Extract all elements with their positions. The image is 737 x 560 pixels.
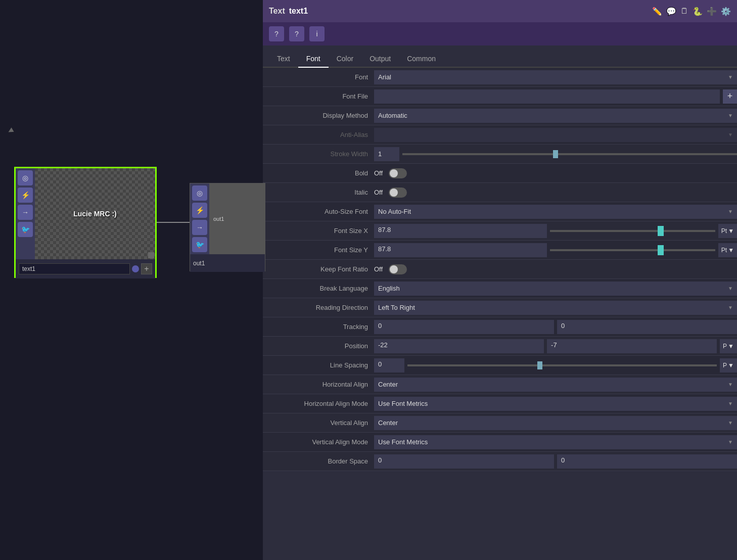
font-size-y-slider-track[interactable]	[550, 249, 715, 251]
keep-font-ratio-toggle[interactable]	[389, 264, 407, 274]
horizontal-align-value: Center ▼	[374, 378, 737, 392]
font-size-y-slider[interactable]	[550, 249, 715, 251]
node-out1[interactable]: ◎ ⚡ → 🐦 out1 out1	[190, 183, 265, 271]
line-spacing-slider[interactable]	[407, 364, 717, 366]
copy-icon[interactable]: 🗒	[680, 7, 688, 16]
font-file-input[interactable]	[374, 89, 720, 104]
stroke-width-slider-track[interactable]	[402, 153, 737, 155]
node-out1-btn3[interactable]: →	[192, 220, 207, 235]
tracking-label: Tracking	[263, 323, 374, 331]
plus-icon[interactable]: ➕	[707, 7, 717, 16]
stroke-width-slider[interactable]	[402, 153, 737, 155]
display-method-label: Display Method	[263, 112, 374, 119]
prop-bold: Bold Off	[263, 164, 737, 183]
node-out1-text: out1	[213, 216, 224, 222]
font-dropdown[interactable]: Arial ▼	[374, 70, 737, 84]
stroke-width-slider-thumb[interactable]	[553, 150, 558, 158]
font-size-x-input[interactable]: 87.8	[374, 224, 547, 238]
font-size-y-label: Font Size Y	[263, 246, 374, 254]
prop-position: Position -22 -7 P ▼	[263, 337, 737, 356]
tab-output[interactable]: Output	[361, 51, 399, 68]
display-method-dropdown[interactable]: Automatic ▼	[374, 109, 737, 123]
chat-icon[interactable]: 💬	[666, 7, 676, 16]
bold-toggle[interactable]	[389, 168, 407, 178]
right-panel: Text text1 ✏️ 💬 🗒 🐍 ➕ ⚙️ ? ? i Text Font…	[263, 0, 737, 560]
line-spacing-slider-track[interactable]	[407, 364, 717, 366]
line-spacing-unit[interactable]: P ▼	[720, 358, 737, 372]
anti-alias-arrow: ▼	[728, 132, 733, 137]
tab-font[interactable]: Font	[298, 51, 329, 68]
node-add-button[interactable]: +	[141, 263, 152, 274]
vertical-align-dropdown-value: Center	[378, 419, 398, 427]
prop-auto-size-font: Auto-Size Font No Auto-Fit ▼	[263, 202, 737, 221]
node-resize-handle[interactable]	[148, 252, 154, 258]
node-name-input[interactable]	[19, 263, 130, 274]
font-file-value: +	[374, 89, 737, 104]
reading-direction-dropdown[interactable]: Left To Right ▼	[374, 301, 737, 315]
font-size-x-thumb[interactable]	[658, 226, 664, 236]
italic-toggle[interactable]	[389, 188, 407, 198]
node-out1-label: out1	[193, 260, 205, 267]
help-button[interactable]: ?	[269, 26, 284, 41]
node-btn-arrow[interactable]: →	[18, 205, 33, 220]
node-text1[interactable]: ◎ ⚡ → 🐦 Lucie MRC :) +	[14, 167, 157, 278]
horizontal-align-arrow: ▼	[728, 382, 733, 387]
border-space-value: 0 0	[374, 454, 737, 469]
node-connection-dot[interactable]	[132, 265, 139, 272]
node-out1-btn1[interactable]: ◎	[192, 185, 207, 201]
line-spacing-thumb[interactable]	[537, 361, 542, 369]
bold-toggle-knob	[390, 169, 398, 177]
auto-size-font-arrow: ▼	[728, 209, 733, 214]
anti-alias-dropdown[interactable]: ▼	[374, 128, 737, 142]
reading-direction-value: Left To Right ▼	[374, 301, 737, 315]
break-language-dropdown[interactable]: English ▼	[374, 282, 737, 296]
node-btn-lightning[interactable]: ⚡	[18, 188, 33, 203]
tab-color[interactable]: Color	[329, 51, 361, 68]
python-icon[interactable]: 🐍	[693, 7, 703, 16]
font-size-y-input[interactable]: 87.8	[374, 243, 547, 257]
font-size-x-value: 87.8 Pt ▼	[374, 224, 737, 238]
info-button[interactable]: i	[309, 26, 325, 41]
help2-button[interactable]: ?	[289, 26, 304, 41]
pencil-icon[interactable]: ✏️	[652, 7, 662, 16]
prop-font: Font Arial ▼	[263, 68, 737, 87]
tab-text[interactable]: Text	[269, 51, 298, 68]
prop-horizontal-align: Horizontal Align Center ▼	[263, 375, 737, 394]
prop-line-spacing: Line Spacing 0 P ▼	[263, 356, 737, 375]
node-out1-btn4[interactable]: 🐦	[192, 237, 207, 252]
line-spacing-label: Line Spacing	[263, 361, 374, 369]
tab-common[interactable]: Common	[399, 51, 444, 68]
font-size-x-unit[interactable]: Pt ▼	[718, 224, 737, 238]
prop-italic: Italic Off	[263, 183, 737, 202]
border-space-label: Border Space	[263, 457, 374, 465]
font-size-x-slider-track[interactable]	[550, 230, 715, 232]
border-space-input2[interactable]: 0	[557, 454, 737, 469]
font-size-y-unit[interactable]: Pt ▼	[718, 243, 737, 257]
node-btn-circle[interactable]: ◎	[18, 170, 33, 185]
display-method-arrow: ▼	[728, 113, 733, 118]
font-size-x-slider[interactable]	[550, 230, 715, 232]
node-out1-btn2[interactable]: ⚡	[192, 203, 207, 218]
display-method-value: Automatic ▼	[374, 109, 737, 123]
font-file-add-button[interactable]: +	[723, 89, 737, 104]
tracking-input1[interactable]: 0	[374, 320, 554, 334]
prop-border-space: Border Space 0 0	[263, 452, 737, 471]
horizontal-align-mode-dropdown[interactable]: Use Font Metrics ▼	[374, 397, 737, 411]
vertical-align-mode-dropdown[interactable]: Use Font Metrics ▼	[374, 435, 737, 449]
break-language-label: Break Language	[263, 285, 374, 292]
settings-icon[interactable]: ⚙️	[721, 7, 731, 16]
node-btn-bird[interactable]: 🐦	[18, 222, 33, 237]
horizontal-align-mode-dropdown-value: Use Font Metrics	[378, 400, 428, 407]
border-space-input1[interactable]: 0	[374, 454, 554, 469]
line-spacing-input[interactable]: 0	[374, 358, 404, 372]
horizontal-align-dropdown[interactable]: Center ▼	[374, 378, 737, 392]
font-size-y-thumb[interactable]	[658, 245, 664, 255]
position-input2[interactable]: -7	[547, 339, 717, 353]
stroke-width-number[interactable]: 1	[374, 147, 399, 161]
auto-size-font-dropdown[interactable]: No Auto-Fit ▼	[374, 205, 737, 219]
vertical-align-dropdown[interactable]: Center ▼	[374, 416, 737, 430]
position-input1[interactable]: -22	[374, 339, 544, 353]
position-unit[interactable]: P ▼	[720, 339, 737, 353]
node-out1-canvas: out1	[209, 183, 265, 254]
tracking-input2[interactable]: 0	[557, 320, 737, 334]
